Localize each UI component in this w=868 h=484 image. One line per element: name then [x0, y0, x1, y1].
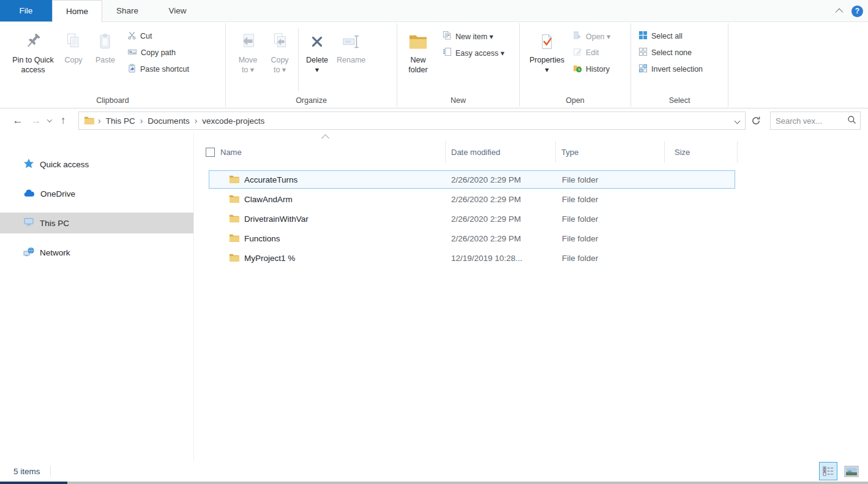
- up-button[interactable]: ↑: [54, 115, 72, 127]
- delete-button[interactable]: Delete ▾: [301, 27, 333, 77]
- new-item-button[interactable]: New item ▾: [443, 31, 504, 42]
- search-icon[interactable]: [847, 115, 856, 127]
- folder-icon: [229, 252, 239, 263]
- history-button[interactable]: History: [573, 64, 610, 75]
- copy-icon: [64, 29, 83, 54]
- easy-access-button[interactable]: Easy access ▾: [443, 47, 504, 58]
- file-row-myproject1[interactable]: MyProject1 % 12/19/2019 10:28... File fo…: [209, 249, 735, 267]
- recent-locations-icon[interactable]: [47, 117, 52, 122]
- properties-icon: [538, 29, 555, 54]
- pin-icon: [24, 29, 42, 54]
- folder-icon: [229, 213, 239, 224]
- file-list-pane: Name Date modified Type Size AccurateTur…: [194, 133, 868, 461]
- new-folder-button[interactable]: New folder: [402, 27, 434, 77]
- breadcrumb-chevron-icon[interactable]: ›: [193, 116, 199, 126]
- open-icon: [573, 31, 582, 42]
- sidebar-item-this-pc[interactable]: This PC: [0, 213, 193, 233]
- large-icons-view-button[interactable]: [842, 462, 861, 480]
- copy-to-button[interactable]: Copy to ▾: [264, 27, 296, 77]
- copy-path-button[interactable]: Copy path: [127, 47, 189, 58]
- file-row-functions[interactable]: Functions 2/26/2020 2:29 PM File folder: [209, 229, 735, 248]
- ribbon-group-select: Select all Select none Invert selection …: [631, 22, 728, 108]
- tab-file[interactable]: File: [0, 0, 52, 21]
- breadcrumb-vexcode-projects[interactable]: vexcode-projects: [198, 116, 268, 126]
- select-none-button[interactable]: Select none: [638, 47, 703, 58]
- paste-icon: [97, 29, 114, 54]
- navigation-pane: Quick access OneDrive This PC Network: [0, 133, 194, 461]
- taskbar-edge-dark: [0, 482, 67, 484]
- edit-icon: [573, 47, 582, 58]
- new-folder-icon: [408, 29, 428, 54]
- move-to-button[interactable]: Move to ▾: [232, 27, 264, 77]
- breadcrumb-this-pc[interactable]: This PC: [102, 116, 139, 126]
- address-dropdown-icon[interactable]: [729, 119, 745, 123]
- quick-access-icon: [23, 158, 34, 171]
- invert-selection-button[interactable]: Invert selection: [638, 64, 703, 75]
- taskbar-edge: [0, 482, 868, 484]
- item-count: 5 items: [13, 467, 40, 476]
- refresh-icon[interactable]: [747, 112, 765, 130]
- this-pc-icon: [23, 217, 34, 229]
- edit-button[interactable]: Edit: [573, 47, 610, 58]
- details-view-button[interactable]: [819, 462, 837, 480]
- select-none-icon: [638, 47, 648, 58]
- select-all-button[interactable]: Select all: [638, 31, 703, 42]
- delete-icon: [308, 29, 326, 54]
- onedrive-icon: [23, 189, 35, 199]
- cut-button[interactable]: Cut: [127, 31, 189, 42]
- select-all-icon: [638, 31, 648, 42]
- help-icon[interactable]: ?: [851, 6, 863, 17]
- history-icon: [573, 64, 582, 75]
- rename-button[interactable]: Rename: [333, 27, 369, 68]
- paste-shortcut-button[interactable]: Paste shortcut: [127, 64, 189, 75]
- column-header-date-modified[interactable]: Date modified: [445, 141, 555, 163]
- taskbar-edge-gray: [67, 482, 868, 484]
- file-row-accurateturns[interactable]: AccurateTurns 2/26/2020 2:29 PM File fol…: [209, 170, 735, 189]
- easy-access-icon: [443, 47, 452, 58]
- address-input[interactable]: › This PC › Documents › vexcode-projects: [78, 112, 746, 130]
- ribbon: Pin to Quick access Copy Paste: [0, 22, 868, 108]
- column-header-type[interactable]: Type: [555, 141, 664, 163]
- sidebar-item-onedrive[interactable]: OneDrive: [0, 183, 193, 204]
- file-explorer-window: File Home Share View ? Pin to Quick acce…: [0, 0, 868, 484]
- folder-icon: [229, 233, 239, 244]
- back-button[interactable]: ←: [9, 115, 27, 127]
- status-bar: 5 items: [0, 461, 868, 482]
- column-header-name[interactable]: Name: [206, 141, 445, 163]
- properties-button[interactable]: Properties ▾: [526, 27, 568, 77]
- cut-icon: [127, 31, 137, 42]
- breadcrumb-chevron-icon[interactable]: ›: [97, 116, 102, 126]
- folder-icon: [229, 174, 239, 185]
- column-header-size[interactable]: Size: [664, 141, 738, 163]
- copy-path-icon: [127, 47, 137, 58]
- sidebar-item-network[interactable]: Network: [0, 242, 193, 263]
- search-input[interactable]: [776, 116, 847, 126]
- group-separator: [298, 28, 299, 91]
- rename-icon: [342, 29, 361, 54]
- file-row-drivetrainwithvar[interactable]: DrivetrainWithVar 2/26/2020 2:29 PM File…: [209, 210, 735, 228]
- file-row-clawandarm[interactable]: ClawAndArm 2/26/2020 2:29 PM File folder: [209, 190, 735, 208]
- select-all-checkbox[interactable]: [206, 148, 215, 157]
- breadcrumb-chevron-icon[interactable]: ›: [139, 116, 144, 126]
- tab-view[interactable]: View: [152, 0, 203, 21]
- paste-button[interactable]: Paste: [89, 27, 121, 68]
- copy-button[interactable]: Copy: [58, 27, 89, 68]
- pin-to-quick-access-button[interactable]: Pin to Quick access: [9, 27, 58, 77]
- collapse-ribbon-icon[interactable]: [836, 8, 844, 16]
- column-headers: Name Date modified Type Size: [206, 141, 868, 163]
- address-bar: ← → ↑ › This PC › Documents › vexcode-pr…: [0, 108, 868, 133]
- status-separator: [50, 466, 51, 477]
- open-button[interactable]: Open ▾: [573, 31, 610, 42]
- group-separator: [728, 23, 728, 107]
- sidebar-item-quick-access[interactable]: Quick access: [0, 154, 193, 175]
- breadcrumb-documents[interactable]: Documents: [144, 116, 193, 126]
- copy-to-icon: [271, 29, 289, 54]
- folder-icon: [229, 194, 239, 205]
- network-icon: [23, 247, 34, 259]
- tab-home[interactable]: Home: [52, 0, 102, 22]
- invert-selection-icon: [638, 64, 648, 75]
- forward-button[interactable]: →: [27, 115, 45, 127]
- file-list: AccurateTurns 2/26/2020 2:29 PM File fol…: [209, 170, 735, 267]
- move-to-icon: [239, 29, 257, 54]
- tab-share[interactable]: Share: [102, 0, 152, 21]
